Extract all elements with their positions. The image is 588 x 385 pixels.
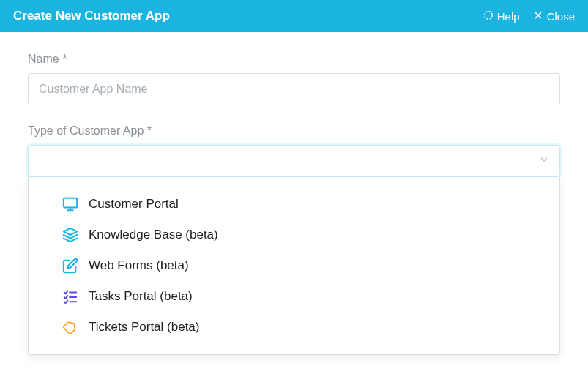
header-actions: Help Close — [483, 10, 575, 23]
name-field-label: Name * — [28, 53, 560, 66]
help-icon — [483, 10, 494, 23]
close-button[interactable]: Close — [533, 10, 575, 23]
create-customer-app-modal: Create New Customer App Help Close — [0, 0, 588, 385]
type-option-label: Tasks Portal (beta) — [89, 289, 193, 304]
layers-icon — [62, 227, 78, 243]
type-option-knowledge-base[interactable]: Knowledge Base (beta) — [29, 220, 559, 250]
modal-body: Name * Type of Customer App * — [0, 32, 588, 385]
type-select-wrap: Customer Portal Knowledge Base (beta) — [28, 145, 560, 177]
modal-header: Create New Customer App Help Close — [0, 0, 588, 32]
help-label: Help — [497, 10, 520, 23]
type-option-web-forms[interactable]: Web Forms (beta) — [29, 250, 559, 281]
monitor-icon — [62, 196, 78, 212]
type-option-label: Customer Portal — [89, 197, 179, 212]
svg-marker-6 — [64, 228, 77, 235]
type-option-label: Tickets Portal (beta) — [89, 320, 199, 334]
close-icon — [533, 10, 543, 23]
tasks-icon — [62, 288, 78, 304]
svg-point-0 — [485, 11, 493, 19]
type-select[interactable] — [28, 145, 560, 177]
type-dropdown: Customer Portal Knowledge Base (beta) — [28, 177, 560, 355]
svg-rect-3 — [64, 198, 77, 208]
type-field-label: Type of Customer App * — [28, 124, 560, 138]
modal-title: Create New Customer App — [13, 9, 483, 23]
type-option-tasks-portal[interactable]: Tasks Portal (beta) — [29, 281, 559, 312]
type-option-customer-portal[interactable]: Customer Portal — [29, 189, 559, 220]
chevron-down-icon — [539, 154, 549, 168]
close-label: Close — [547, 10, 575, 23]
type-option-tickets-portal[interactable]: Tickets Portal (beta) — [29, 312, 559, 343]
edit-icon — [62, 258, 78, 274]
help-button[interactable]: Help — [483, 10, 520, 23]
ticket-icon — [62, 319, 78, 335]
type-option-label: Web Forms (beta) — [89, 258, 189, 273]
name-input[interactable] — [28, 73, 560, 105]
type-option-label: Knowledge Base (beta) — [89, 228, 218, 242]
